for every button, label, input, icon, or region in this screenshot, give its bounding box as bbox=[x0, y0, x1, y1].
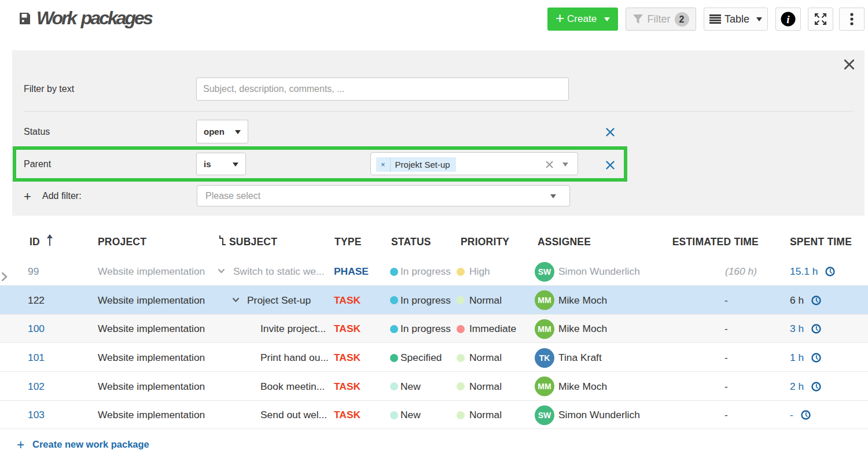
svg-text:i: i bbox=[786, 13, 790, 25]
